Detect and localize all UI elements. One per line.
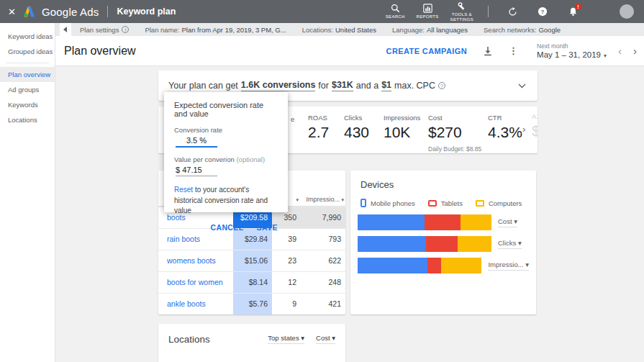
- sort-arrow-icon: ▾: [341, 197, 344, 202]
- reports-button[interactable]: REPORTS: [417, 4, 439, 19]
- help-circle-icon[interactable]: ?: [438, 82, 445, 89]
- search-icon: [391, 4, 400, 13]
- mobile-phone-icon: [360, 199, 366, 207]
- impressions-metric-dropdown[interactable]: Impressio... ▾: [488, 261, 529, 271]
- cost-cell[interactable]: $8.14: [233, 272, 272, 293]
- collapse-arrow-icon: [63, 27, 68, 32]
- locations-panel: Locations Top states ▾ Cost ▾: [158, 324, 345, 362]
- banner-text: Your plan can get: [168, 81, 238, 91]
- collapse-banner-button[interactable]: [518, 83, 526, 89]
- sidebar-item-locations[interactable]: Locations: [0, 112, 55, 127]
- devices-clicks-bar-row: Clicks ▾: [350, 236, 536, 252]
- table-row[interactable]: ankle boots $5.76 9 421: [158, 293, 345, 315]
- google-ads-logo-icon: [22, 6, 36, 18]
- sidebar-item-keywords[interactable]: Keywords: [0, 97, 55, 112]
- date-range-caption: Next month: [537, 42, 607, 50]
- metrics-scroll-right-button[interactable]: ›: [522, 124, 525, 135]
- locations-metric-dropdown[interactable]: Cost ▾: [316, 334, 335, 344]
- cancel-button[interactable]: CANCEL: [210, 223, 243, 232]
- top-app-bar: ✕ Google Ads Keyword plan SEARCH REPORTS…: [0, 0, 644, 23]
- legend-mobile-phones: Mobile phones: [360, 199, 415, 207]
- devices-cost-bar-row: Cost ▾: [350, 214, 536, 230]
- keyword-link[interactable]: ankle boots: [158, 294, 233, 315]
- metric-impressions: Impressions 10K: [384, 114, 420, 141]
- sort-arrow-icon: ▾: [296, 197, 299, 202]
- conversion-rate-input[interactable]: 3.5 %: [176, 134, 217, 148]
- table-row[interactable]: womens boots $15.06 23 622: [158, 250, 345, 271]
- product-name: Google Ads: [42, 6, 99, 18]
- keyword-link[interactable]: womens boots: [158, 250, 233, 271]
- wrench-icon: [457, 1, 467, 11]
- conversions-value[interactable]: 1.6K conversions: [241, 80, 316, 91]
- reset-link[interactable]: Reset: [174, 186, 193, 194]
- plan-settings-bar: Plan settings i Plan name:Plan from Apr …: [55, 23, 644, 36]
- plan-settings-title[interactable]: Plan settings i: [80, 26, 129, 34]
- popup-title: Expected conversion rate and value: [174, 101, 278, 118]
- clicks-cell: 9: [272, 294, 301, 315]
- close-icon[interactable]: ✕: [8, 6, 16, 17]
- keyword-link[interactable]: rain boots: [158, 229, 233, 250]
- daily-budget-label[interactable]: Daily Budget: $8.85: [428, 145, 481, 153]
- sidebar: Keyword ideas Grouped ideas Plan overvie…: [0, 23, 55, 362]
- metric-ctr: CTR 4.3%: [488, 114, 522, 141]
- page-title: Plan overview: [64, 45, 136, 58]
- stacked-bar-clicks: [358, 236, 491, 252]
- reports-icon: [423, 4, 432, 13]
- max-cpc-value[interactable]: $1: [381, 80, 391, 91]
- sidebar-item-grouped-ideas[interactable]: Grouped ideas: [0, 44, 55, 59]
- clicks-cell: 23: [272, 250, 301, 271]
- clicks-cell: 12: [272, 272, 301, 293]
- more-options-button[interactable]: ⋮: [509, 45, 518, 56]
- avatar[interactable]: [620, 4, 634, 19]
- save-button[interactable]: SAVE: [257, 223, 278, 232]
- date-range-selector[interactable]: Next month May 1 – 31, 2019▾: [537, 42, 607, 59]
- conversion-rate-label: Conversion rate: [174, 126, 278, 134]
- cost-cell[interactable]: $15.06: [233, 250, 272, 271]
- impressions-cell: 421: [301, 294, 345, 315]
- keyword-link[interactable]: boots for women: [158, 272, 233, 293]
- search-button[interactable]: SEARCH: [386, 4, 405, 19]
- download-button[interactable]: [483, 46, 493, 56]
- collapse-panel-button[interactable]: [60, 23, 71, 36]
- stacked-bar-impressions: [358, 258, 481, 273]
- impressions-cell: 248: [301, 272, 345, 293]
- create-campaign-button[interactable]: CREATE CAMPAIGN: [386, 47, 468, 55]
- metric-label-fragment: e: [291, 115, 294, 123]
- previous-period-button[interactable]: ‹: [618, 46, 622, 56]
- sidebar-item-plan-overview[interactable]: Plan overview: [0, 67, 55, 82]
- cost-metric-dropdown[interactable]: Cost ▾: [498, 217, 517, 227]
- tablet-icon: [428, 200, 437, 207]
- search-networks-setting[interactable]: Search networks:Google: [484, 26, 561, 34]
- cost-value[interactable]: $31K: [332, 80, 353, 91]
- impressions-column-header[interactable]: Impressio... ▾: [301, 196, 345, 203]
- chevron-down-icon: [518, 83, 526, 89]
- notifications-button[interactable]: !: [564, 3, 581, 20]
- language-setting[interactable]: Language:All languages: [392, 26, 468, 34]
- clicks-metric-dropdown[interactable]: Clicks ▾: [498, 239, 522, 249]
- tools-settings-button[interactable]: TOOLS &SETTINGS: [450, 1, 473, 22]
- devices-title: Devices: [350, 179, 536, 190]
- sidebar-item-ad-groups[interactable]: Ad groups: [0, 82, 55, 97]
- sidebar-item-keyword-ideas[interactable]: Keyword ideas: [0, 29, 55, 44]
- plan-name-setting[interactable]: Plan name:Plan from Apr 19, 2019, 3 PM, …: [145, 26, 286, 34]
- value-per-conversion-input[interactable]: $ 47.15: [176, 163, 217, 176]
- value-per-conversion-label: Value per converion (optional): [174, 155, 278, 163]
- impressions-cell: 622: [301, 250, 345, 271]
- next-period-button[interactable]: ›: [633, 46, 637, 56]
- table-row[interactable]: rain boots $29.84 39 793: [158, 228, 345, 250]
- top-states-dropdown[interactable]: Top states ▾: [268, 334, 304, 344]
- table-row[interactable]: boots for women $8.14 12 248: [158, 271, 345, 293]
- impressions-cell: 793: [301, 229, 345, 250]
- cost-cell[interactable]: $29.84: [233, 229, 272, 250]
- impressions-cell: 7,990: [301, 207, 345, 228]
- cost-cell[interactable]: $5.76: [233, 294, 272, 315]
- locations-setting[interactable]: Locations:United States: [302, 26, 376, 34]
- clicks-cell: 39: [272, 229, 301, 250]
- metric-partial-next: A.. $: [532, 112, 538, 140]
- computer-icon: [476, 200, 484, 207]
- main-area: Plan settings i Plan name:Plan from Apr …: [55, 23, 644, 362]
- refresh-button[interactable]: [504, 3, 521, 20]
- reset-text: Reset to your account's historical conve…: [174, 185, 278, 217]
- devices-panel: Devices Mobile phones Tablets Computers …: [350, 171, 536, 315]
- help-button[interactable]: ?: [534, 3, 551, 20]
